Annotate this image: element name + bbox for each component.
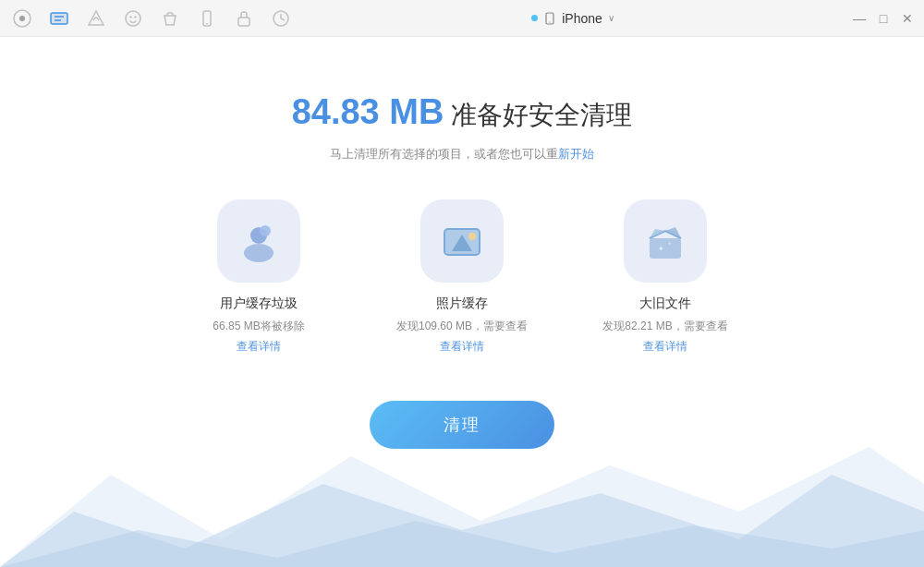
nav-icons: [11, 7, 292, 30]
device-name-label: iPhone: [562, 11, 602, 26]
device-status-dot: [531, 15, 538, 21]
clean-icon[interactable]: [48, 7, 70, 30]
photo-cache-link[interactable]: 查看详情: [440, 339, 484, 355]
feature-cards: 用户缓存垃圾 66.85 MB将被移除 查看详情 照片缓存 发现109.60 M…: [185, 199, 739, 355]
svg-point-9: [206, 22, 208, 24]
window-controls: — □ ✕: [854, 13, 913, 24]
subtitle-section: 马上清理所有选择的项目，或者您也可以重新开始: [330, 146, 594, 163]
main-content: 84.83 MB 准备好安全清理 马上清理所有选择的项目，或者您也可以重新开始 …: [0, 37, 924, 567]
photo-cache-icon-bg: [420, 199, 504, 283]
svg-point-20: [244, 244, 274, 262]
recycle-icon[interactable]: [85, 7, 107, 30]
headline-text: 准备好安全清理: [451, 98, 632, 133]
svg-rect-26: [650, 238, 681, 259]
bucket-icon[interactable]: [159, 7, 181, 30]
svg-point-7: [134, 16, 136, 18]
subtitle-prefix: 马上清理所有选择的项目，或者您也可以重: [330, 147, 558, 161]
lock-icon[interactable]: [233, 7, 255, 30]
large-files-icon-bg: ✦ ✦: [624, 199, 707, 283]
device-phone-icon: [543, 12, 556, 25]
page-content: 84.83 MB 准备好安全清理 马上清理所有选择的项目，或者您也可以重新开始 …: [0, 37, 924, 449]
large-files-link[interactable]: 查看详情: [643, 339, 687, 355]
photo-cache-icon: [439, 218, 485, 264]
svg-point-6: [129, 16, 131, 18]
svg-point-15: [550, 21, 551, 22]
large-files-card: ✦ ✦ 大旧文件 发现82.21 MB，需要查看 查看详情: [591, 199, 739, 355]
chevron-down-icon: ∨: [608, 13, 614, 23]
photo-cache-desc: 发现109.60 MB，需要查看: [396, 318, 528, 335]
minimize-button[interactable]: —: [854, 13, 865, 24]
close-button[interactable]: ✕: [902, 13, 913, 24]
svg-rect-10: [238, 18, 249, 26]
large-files-icon: ✦ ✦: [642, 218, 688, 264]
svg-point-21: [260, 225, 271, 236]
user-cache-desc: 66.85 MB将被移除: [213, 318, 304, 335]
headline-section: 84.83 MB 准备好安全清理: [292, 92, 633, 133]
phone-icon[interactable]: [196, 7, 218, 30]
user-cache-icon-bg: [217, 199, 300, 283]
svg-rect-1: [51, 13, 67, 24]
svg-text:✦: ✦: [667, 241, 672, 247]
device-info[interactable]: iPhone ∨: [531, 11, 614, 26]
clean-button[interactable]: 清理: [370, 401, 554, 449]
maximize-button[interactable]: □: [878, 13, 889, 24]
photo-cache-title: 照片缓存: [436, 296, 488, 312]
svg-line-13: [281, 18, 285, 20]
titlebar: iPhone ∨ — □ ✕: [0, 0, 924, 37]
svg-text:✦: ✦: [658, 245, 664, 253]
user-cache-title: 用户缓存垃圾: [220, 296, 298, 312]
home-icon[interactable]: [11, 7, 33, 30]
size-value: 84.83 MB: [292, 92, 444, 132]
face-icon[interactable]: [122, 7, 144, 30]
large-files-title: 大旧文件: [639, 296, 691, 312]
user-cache-link[interactable]: 查看详情: [237, 339, 281, 355]
large-files-desc: 发现82.21 MB，需要查看: [602, 318, 727, 335]
clock-icon[interactable]: [270, 7, 292, 30]
photo-cache-card: 照片缓存 发现109.60 MB，需要查看 查看详情: [388, 199, 536, 355]
svg-point-25: [468, 233, 476, 240]
restart-link[interactable]: 新开始: [558, 147, 594, 161]
user-cache-card: 用户缓存垃圾 66.85 MB将被移除 查看详情: [185, 199, 333, 355]
svg-point-5: [126, 11, 140, 26]
user-cache-icon: [236, 218, 282, 264]
